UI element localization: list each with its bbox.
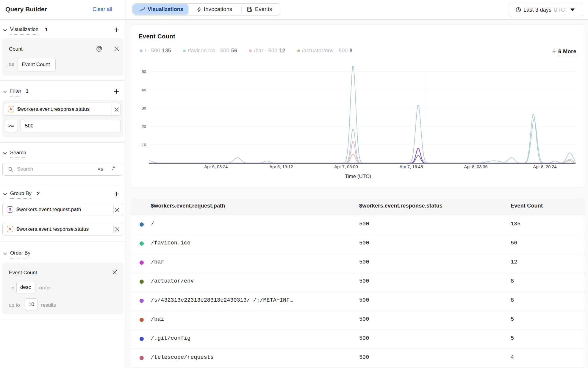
svg-text:Time (UTC): Time (UTC) xyxy=(345,174,371,179)
svg-text:Apr 8, 03:36: Apr 8, 03:36 xyxy=(464,164,488,169)
svg-text:30: 30 xyxy=(142,106,146,110)
svg-text:50: 50 xyxy=(142,69,146,74)
svg-text:10: 10 xyxy=(142,143,146,147)
svg-text:Apr 7, 06:00: Apr 7, 06:00 xyxy=(334,164,358,169)
svg-text:Apr 6, 19:12: Apr 6, 19:12 xyxy=(270,164,293,169)
svg-text:40: 40 xyxy=(142,88,146,92)
svg-text:Apr 8, 20:24: Apr 8, 20:24 xyxy=(533,164,557,169)
svg-text:Apr 7, 16:48: Apr 7, 16:48 xyxy=(400,164,423,169)
svg-text:Apr 6, 08:24: Apr 6, 08:24 xyxy=(204,164,228,169)
svg-text:20: 20 xyxy=(142,124,146,129)
